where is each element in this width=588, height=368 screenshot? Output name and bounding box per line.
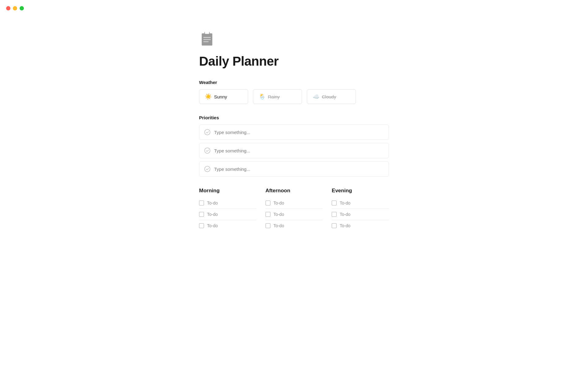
- svg-point-8: [205, 166, 210, 172]
- checkmark-icon-2: [204, 148, 210, 154]
- weather-section: Weather ☀️ Sunny 🌦️ Rainy ☁️ Cloudy: [199, 80, 389, 104]
- weather-label-rainy: Rainy: [268, 94, 280, 99]
- todo-checkbox-afternoon-3[interactable]: [266, 223, 270, 228]
- todo-morning-1: To-do: [199, 197, 256, 209]
- svg-rect-2: [205, 31, 209, 34]
- todo-morning-3: To-do: [199, 220, 256, 231]
- todo-evening-2: To-do: [332, 209, 389, 220]
- todo-label-afternoon-3: To-do: [273, 223, 284, 228]
- todo-label-evening-1: To-do: [340, 201, 350, 205]
- evening-title: Evening: [332, 188, 389, 194]
- svg-rect-5: [203, 41, 209, 42]
- todo-afternoon-2: To-do: [266, 209, 323, 220]
- todo-label-morning-1: To-do: [207, 201, 218, 205]
- priority-input-3[interactable]: [214, 167, 384, 172]
- schedule-column-evening: Evening To-do To-do To-do: [332, 188, 389, 231]
- weather-label-cloudy: Cloudy: [322, 94, 336, 99]
- main-content: Daily Planner Weather ☀️ Sunny 🌦️ Rainy …: [187, 0, 401, 267]
- page-title: Daily Planner: [199, 54, 389, 69]
- todo-label-afternoon-2: To-do: [273, 212, 284, 217]
- priorities-section-label: Priorities: [199, 115, 389, 120]
- morning-title: Morning: [199, 188, 256, 194]
- todo-checkbox-evening-1[interactable]: [332, 201, 337, 205]
- weather-option-sunny[interactable]: ☀️ Sunny: [199, 89, 248, 104]
- maximize-button[interactable]: [20, 6, 24, 10]
- schedule-grid: Morning To-do To-do To-do Afternoon: [199, 188, 389, 231]
- todo-morning-2: To-do: [199, 209, 256, 220]
- priority-item-1: [199, 125, 389, 140]
- sun-icon: ☀️: [205, 93, 212, 100]
- close-button[interactable]: [6, 6, 10, 10]
- svg-rect-4: [203, 39, 211, 40]
- todo-checkbox-evening-2[interactable]: [332, 212, 337, 217]
- schedule-column-afternoon: Afternoon To-do To-do To-do: [266, 188, 323, 231]
- priorities-section: Priorities: [199, 115, 389, 177]
- todo-label-morning-2: To-do: [207, 212, 218, 217]
- priority-input-2[interactable]: [214, 148, 384, 153]
- todo-checkbox-afternoon-1[interactable]: [266, 201, 270, 205]
- todo-afternoon-3: To-do: [266, 220, 323, 231]
- todo-checkbox-morning-1[interactable]: [199, 201, 204, 205]
- checkmark-icon-3: [204, 166, 210, 172]
- svg-point-6: [205, 129, 210, 135]
- cloud-icon: ☁️: [313, 93, 319, 100]
- todo-afternoon-1: To-do: [266, 197, 323, 209]
- afternoon-title: Afternoon: [266, 188, 323, 194]
- minimize-button[interactable]: [13, 6, 17, 10]
- svg-point-7: [205, 148, 210, 153]
- todo-label-afternoon-1: To-do: [273, 201, 284, 205]
- priority-input-1[interactable]: [214, 130, 384, 135]
- svg-rect-3: [203, 37, 211, 38]
- todo-checkbox-evening-3[interactable]: [332, 223, 337, 228]
- traffic-lights: [6, 6, 24, 10]
- schedule-column-morning: Morning To-do To-do To-do: [199, 188, 256, 231]
- priority-item-2: [199, 143, 389, 158]
- todo-checkbox-morning-2[interactable]: [199, 212, 204, 217]
- priority-item-3: [199, 161, 389, 177]
- weather-option-cloudy[interactable]: ☁️ Cloudy: [307, 89, 356, 104]
- checkmark-icon-1: [204, 129, 210, 135]
- rain-icon: 🌦️: [259, 93, 266, 100]
- weather-section-label: Weather: [199, 80, 389, 85]
- todo-evening-3: To-do: [332, 220, 389, 231]
- weather-option-rainy[interactable]: 🌦️ Rainy: [253, 89, 302, 104]
- page-icon: [199, 31, 389, 48]
- weather-label-sunny: Sunny: [214, 94, 227, 99]
- weather-options: ☀️ Sunny 🌦️ Rainy ☁️ Cloudy: [199, 89, 389, 104]
- schedule-section: Morning To-do To-do To-do Afternoon: [199, 188, 389, 231]
- todo-label-evening-2: To-do: [340, 212, 350, 217]
- todo-label-evening-3: To-do: [340, 223, 350, 228]
- todo-label-morning-3: To-do: [207, 223, 218, 228]
- todo-checkbox-afternoon-2[interactable]: [266, 212, 270, 217]
- todo-checkbox-morning-3[interactable]: [199, 223, 204, 228]
- todo-evening-1: To-do: [332, 197, 389, 209]
